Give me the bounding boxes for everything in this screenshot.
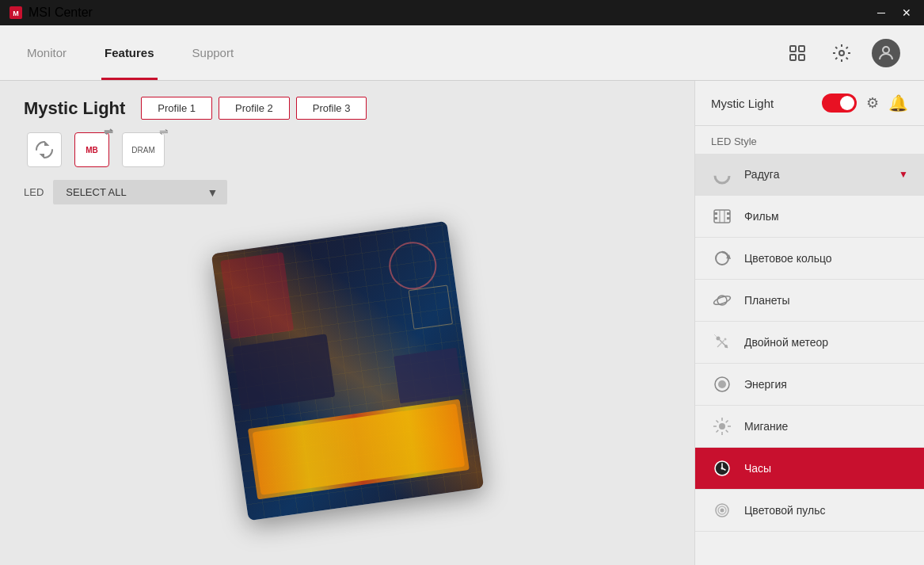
led-item-rainbow-label: Радуга — [744, 168, 888, 181]
board-container — [24, 220, 671, 521]
color-ring-icon — [711, 247, 733, 269]
speaker-icon[interactable]: 🔔 — [888, 94, 908, 113]
mystic-header: Mystic Light Profile 1 Profile 2 Profile… — [24, 97, 671, 120]
led-item-rainbow[interactable]: Радуга ▼ — [695, 154, 924, 196]
svg-point-6 — [839, 51, 844, 55]
tab-monitor[interactable]: Monitor — [24, 25, 70, 80]
svg-line-36 — [717, 430, 719, 433]
led-item-color-ring-label: Цветовое кольцо — [744, 252, 908, 265]
svg-point-27 — [718, 380, 726, 388]
profile-1-button[interactable]: Profile 1 — [141, 97, 212, 120]
led-item-energy[interactable]: Энергия — [695, 364, 924, 406]
rainbow-expand-arrow: ▼ — [899, 169, 908, 180]
svg-rect-4 — [790, 55, 796, 60]
dram-sync-icon: ⇌ — [159, 125, 169, 138]
svg-point-7 — [883, 47, 889, 53]
blink-icon — [711, 415, 733, 437]
led-item-clock[interactable]: Часы — [695, 448, 924, 490]
motherboard-image — [211, 221, 483, 521]
led-item-film[interactable]: Фильм — [695, 196, 924, 238]
svg-line-23 — [714, 334, 717, 337]
led-select[interactable]: SELECT ALL — [53, 180, 227, 204]
rainbow-icon — [711, 163, 733, 185]
led-item-blink[interactable]: Мигание — [695, 406, 924, 448]
led-item-color-pulse-label: Цветовой пульс — [744, 504, 908, 517]
svg-point-41 — [721, 468, 724, 470]
right-panel-gear-icon[interactable]: ⚙ — [866, 94, 879, 112]
board-detail-circle — [386, 239, 439, 292]
right-panel-title: Mystic Light — [711, 97, 774, 110]
close-button[interactable]: ✕ — [899, 5, 914, 21]
app-title: MSI Center — [29, 6, 93, 20]
svg-text:M: M — [13, 10, 19, 17]
led-item-double-meteor[interactable]: Двойной метеор — [695, 322, 924, 364]
sync-icon-box — [27, 132, 62, 167]
profile-3-button[interactable]: Profile 3 — [296, 97, 367, 120]
left-panel: Mystic Light Profile 1 Profile 2 Profile… — [0, 81, 694, 565]
settings-icon — [832, 44, 851, 63]
board-ram-area — [247, 399, 469, 500]
svg-rect-9 — [714, 210, 730, 223]
user-avatar[interactable] — [872, 39, 900, 67]
dram-icon-box: DRAM ⇌ — [122, 132, 165, 167]
mb-icon-box: MB ⇌ — [74, 132, 109, 167]
sync-arrows-icon — [33, 139, 55, 161]
title-bar: M MSI Center ─ ✕ — [0, 0, 924, 25]
grid-icon — [788, 44, 807, 63]
nav-tabs: Monitor Features Support — [24, 25, 237, 80]
svg-rect-2 — [790, 46, 796, 52]
led-row: LED SELECT ALL ▼ — [24, 180, 671, 204]
film-icon — [711, 205, 733, 227]
svg-point-22 — [724, 345, 728, 348]
led-item-blink-label: Мигание — [744, 420, 908, 433]
svg-point-28 — [719, 423, 725, 429]
page-body: Mystic Light Profile 1 Profile 2 Profile… — [0, 81, 924, 565]
profile-2-button[interactable]: Profile 2 — [219, 97, 290, 120]
grid-view-button[interactable] — [783, 39, 812, 67]
energy-icon — [711, 373, 733, 395]
led-item-color-pulse[interactable]: Цветовой пульс — [695, 490, 924, 532]
right-panel-controls: ⚙ 🔔 — [822, 94, 908, 113]
mb-device-icon[interactable]: MB ⇌ — [74, 132, 109, 167]
svg-line-33 — [717, 421, 719, 423]
mystic-light-toggle[interactable] — [822, 94, 857, 113]
sync-all-device-icon[interactable] — [27, 132, 62, 167]
tab-support[interactable]: Support — [189, 25, 238, 80]
led-item-double-meteor-label: Двойной метеор — [744, 336, 908, 349]
svg-line-34 — [726, 430, 728, 433]
led-item-color-ring[interactable]: Цветовое кольцо — [695, 238, 924, 280]
led-label: LED — [24, 186, 44, 198]
dram-device-icon[interactable]: DRAM ⇌ — [122, 132, 165, 167]
dram-label: DRAM — [131, 146, 154, 155]
right-panel: Mystic Light ⚙ 🔔 LED Style Ра — [694, 81, 924, 565]
minimize-button[interactable]: ─ — [873, 5, 889, 21]
double-meteor-icon — [711, 331, 733, 353]
svg-line-35 — [726, 421, 728, 423]
mb-label: MB — [86, 146, 98, 155]
app-icon: M — [10, 6, 22, 19]
color-pulse-icon — [711, 499, 733, 521]
svg-rect-3 — [799, 46, 804, 52]
board-socket-area — [408, 284, 452, 329]
main-content: Monitor Features Support — [0, 25, 924, 565]
led-item-planets[interactable]: Планеты — [695, 280, 924, 322]
title-bar-controls: ─ ✕ — [873, 5, 914, 21]
svg-point-44 — [721, 509, 724, 513]
svg-point-20 — [717, 337, 721, 341]
svg-point-24 — [724, 338, 727, 341]
planets-icon — [711, 289, 733, 311]
svg-rect-11 — [714, 217, 717, 220]
board-detail-chip — [232, 334, 335, 410]
clock-icon — [711, 457, 733, 479]
led-item-planets-label: Планеты — [744, 294, 908, 307]
profile-tabs: Profile 1 Profile 2 Profile 3 — [141, 97, 367, 120]
board-pcie-area — [394, 348, 463, 404]
led-item-clock-label: Часы — [744, 462, 908, 475]
svg-point-8 — [715, 169, 729, 183]
right-panel-header: Mystic Light ⚙ 🔔 — [695, 81, 924, 126]
top-nav: Monitor Features Support — [0, 25, 924, 81]
nav-right — [783, 39, 900, 67]
tab-features[interactable]: Features — [101, 25, 158, 80]
settings-button[interactable] — [827, 39, 856, 67]
led-select-wrapper: SELECT ALL ▼ — [53, 180, 227, 204]
